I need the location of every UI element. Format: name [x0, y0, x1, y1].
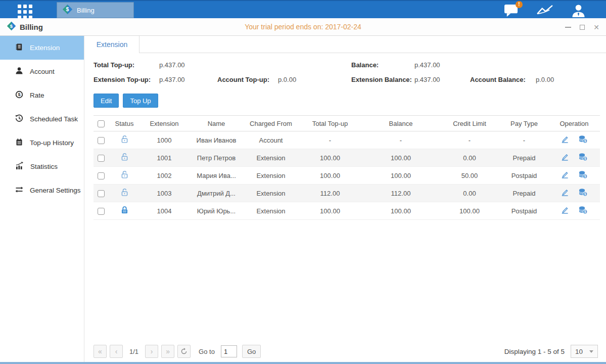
credit-limit-cell: 0.00 [439, 185, 500, 202]
refresh-button[interactable] [177, 345, 191, 358]
sidebar-item-label: General Settings [30, 187, 81, 194]
row-checkbox[interactable] [98, 137, 105, 144]
sidebar-item-statistics[interactable]: Statistics [0, 155, 84, 178]
messages-icon[interactable]: ! [503, 4, 519, 17]
account-topup-label: Account Top-up: [217, 76, 278, 83]
svg-text:$: $ [584, 192, 586, 196]
top-up-coins-icon[interactable]: $ [578, 153, 588, 163]
edit-pencil-icon[interactable] [561, 153, 569, 163]
edit-button[interactable]: Edit [94, 94, 119, 108]
sidebar-item-rate[interactable]: $ Rate [0, 83, 84, 107]
name-cell: Петр Петров [189, 149, 244, 167]
account-balance-label: Account Balance: [470, 76, 536, 83]
statistics-chart-icon[interactable] [536, 4, 554, 17]
extension-balance-value: p.437.00 [414, 76, 470, 83]
header-balance: Balance [362, 116, 439, 131]
app-grid-icon[interactable] [18, 5, 32, 19]
charged-from-cell: Extension [244, 167, 298, 185]
extensions-table: Status Extension Name Charged From Total… [94, 115, 600, 220]
last-page-button[interactable]: » [161, 345, 174, 358]
charged-from-cell: Account [244, 131, 298, 149]
credit-limit-cell: 100.00 [439, 202, 500, 220]
svg-text:$: $ [584, 210, 586, 214]
billing-diamond-icon: $ [62, 4, 73, 17]
balance-cell: 112.00 [362, 185, 439, 202]
minimize-button[interactable] [565, 24, 572, 31]
maximize-button[interactable] [579, 24, 586, 31]
status-lock-icon [120, 155, 129, 163]
notification-badge: ! [516, 1, 523, 8]
first-page-button[interactable]: « [94, 345, 107, 358]
credit-limit-cell: 0.00 [439, 149, 500, 167]
pay-type-cell: Prepaid [500, 185, 548, 202]
status-lock-icon [120, 173, 129, 180]
pay-type-cell: Prepaid [500, 149, 548, 167]
page-size-value: 10 [575, 348, 583, 355]
sidebar-item-label: Top-up History [30, 139, 74, 147]
notepad-icon [15, 138, 23, 148]
header-credit-limit: Credit Limit [439, 116, 500, 131]
select-all-checkbox[interactable] [98, 120, 105, 127]
sidebar-item-label: Extension [30, 44, 60, 52]
sidebar-item-general-settings[interactable]: General Settings [0, 178, 84, 202]
name-cell: Юрий Юрь... [189, 202, 244, 220]
goto-label: Go to [199, 348, 215, 355]
sidebar-item-extension[interactable]: Extension [0, 36, 84, 60]
table-row: 1002 Мария Ива... Extension 100.00 100.0… [94, 167, 600, 185]
edit-pencil-icon[interactable] [561, 188, 569, 198]
sidebar-item-topup-history[interactable]: Top-up History [0, 131, 84, 155]
user-icon[interactable] [571, 4, 586, 17]
total-topup-cell: - [298, 131, 362, 149]
name-cell: Иван Иванов [189, 131, 244, 149]
row-checkbox[interactable] [98, 208, 105, 215]
balance-cell: 100.00 [362, 167, 439, 185]
prev-page-button[interactable]: ‹ [110, 345, 123, 358]
sidebar-item-scheduled-task[interactable]: Scheduled Task [0, 107, 84, 131]
total-topup-cell: 100.00 [298, 149, 362, 167]
status-lock-icon [120, 138, 129, 145]
total-topup-cell: 100.00 [298, 202, 362, 220]
name-cell: Дмитрий Д... [189, 185, 244, 202]
table-row: 1004 Юрий Юрь... Extension 100.00 100.00… [94, 202, 600, 220]
go-button[interactable]: Go [242, 345, 261, 358]
sidebar: Extension Account $ Rate Scheduled T [0, 36, 84, 362]
edit-pencil-icon[interactable] [561, 206, 569, 216]
sidebar-item-label: Statistics [30, 163, 58, 170]
row-checkbox[interactable] [98, 155, 105, 162]
bar-chart-icon [15, 162, 24, 171]
balance-cell: 100.00 [362, 202, 439, 220]
balance-cell: - [362, 131, 439, 149]
row-checkbox[interactable] [98, 190, 105, 197]
edit-pencil-icon[interactable] [561, 135, 569, 145]
header-charged-from: Charged From [244, 116, 298, 131]
top-bar: $ Billing ! [0, 0, 606, 18]
sidebar-item-label: Rate [30, 92, 44, 99]
sidebar-item-account[interactable]: Account [0, 60, 84, 83]
goto-page-input[interactable] [221, 345, 237, 357]
top-up-button[interactable]: Top Up [123, 94, 158, 108]
tab-extension[interactable]: Extension [85, 36, 139, 53]
header-status: Status [109, 116, 140, 131]
pay-type-cell: Postpaid [500, 202, 548, 220]
row-checkbox[interactable] [98, 172, 105, 179]
close-button[interactable]: ✕ [593, 24, 600, 31]
window-title-bar: $ Billing Your trial period ends on: 201… [0, 18, 606, 36]
total-topup-cell: 112.00 [298, 185, 362, 202]
svg-text:$: $ [584, 139, 586, 143]
top-up-coins-icon[interactable]: $ [578, 170, 588, 180]
main-content: Extension Total Top-up: p.437.00 Balance… [85, 36, 606, 362]
pay-type-cell: Postpaid [500, 167, 548, 185]
name-cell: Мария Ива... [189, 167, 244, 185]
sidebar-item-label: Account [30, 68, 55, 75]
top-up-coins-icon[interactable]: $ [578, 135, 588, 145]
top-up-coins-icon[interactable]: $ [578, 206, 588, 216]
balance-value: p.437.00 [414, 61, 470, 69]
dollar-circle-icon: $ [15, 90, 23, 100]
header-total-topup: Total Top-up [298, 116, 362, 131]
top-up-coins-icon[interactable]: $ [578, 188, 588, 198]
edit-pencil-icon[interactable] [561, 170, 569, 180]
taskbar-tab-billing[interactable]: $ Billing [57, 2, 134, 18]
next-page-button[interactable]: › [145, 345, 158, 358]
page-size-select[interactable]: 10 [571, 345, 598, 358]
taskbar-tab-label: Billing [77, 7, 95, 14]
